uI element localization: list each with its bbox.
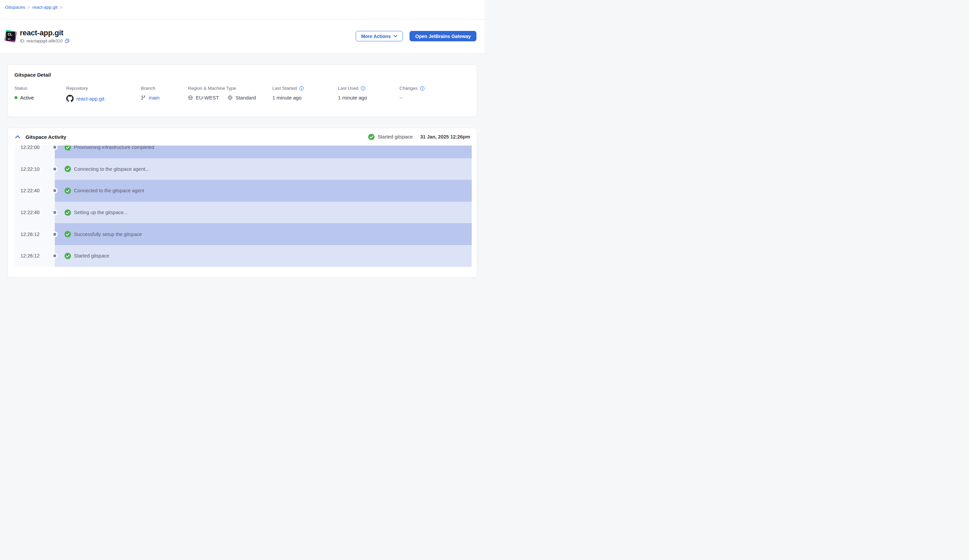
activity-log-row: 12:22:40Setting up the gitspace... (15, 202, 472, 224)
log-timestamp: 12:22:40 (15, 180, 55, 202)
breadcrumb-gitspaces[interactable]: Gitspaces (5, 5, 25, 10)
info-icon[interactable] (420, 86, 425, 91)
cpu-icon (228, 95, 233, 100)
log-message: Setting up the gitspace... (74, 210, 128, 215)
globe-icon (188, 95, 193, 100)
page-header: CL react-app.git ID: reactappgit-a9e310 … (0, 20, 484, 53)
more-actions-button[interactable]: More Actions (356, 31, 403, 42)
status-label: Status (15, 86, 66, 91)
activity-log-row: 12:22:40Connected to the gitspace agent (15, 180, 472, 202)
breadcrumb-separator-icon: > (28, 4, 30, 10)
collapse-activity-button[interactable] (15, 135, 21, 139)
clion-app-icon: CL (5, 31, 16, 42)
repository-label: Repository (66, 86, 141, 91)
page-body: Gitspace Detail Status Active Repository… (0, 53, 484, 278)
breadcrumb-separator-icon: > (60, 4, 62, 10)
detail-card-title: Gitspace Detail (15, 72, 470, 78)
check-circle-icon (65, 188, 71, 194)
log-timestamp: 12:22:00 (15, 146, 55, 158)
changes-label: Changes (400, 86, 418, 91)
branch-label: Branch (141, 86, 188, 91)
copy-icon[interactable] (65, 39, 70, 43)
timeline-dot-icon (52, 146, 58, 150)
log-message: Connecting to the gitspace agent... (74, 166, 149, 172)
breadcrumb-current-gitspace[interactable]: react-app.git (32, 5, 58, 10)
timeline-dot-icon (52, 166, 58, 172)
activity-log[interactable]: 12:22:00Provisioning infrastructure comp… (15, 146, 472, 267)
machine-type-value: Standard (235, 95, 256, 100)
chevron-down-icon (394, 35, 398, 37)
log-message: Connected to the gitspace agent (74, 188, 144, 193)
timeline-dot-icon (52, 253, 58, 259)
region-machine-label: Region & Machine Type (188, 86, 272, 91)
log-row-stripe: Connected to the gitspace agent (55, 180, 472, 202)
activity-log-row: 12:22:00Provisioning infrastructure comp… (15, 146, 472, 158)
timeline-dot-icon (52, 188, 58, 194)
last-used-value: 1 minute ago (338, 95, 400, 100)
gitspace-detail-card: Gitspace Detail Status Active Repository… (7, 65, 477, 117)
check-circle-icon (65, 253, 71, 259)
chevron-up-icon (15, 135, 20, 138)
page-title: react-app.git (20, 29, 70, 37)
log-row-stripe: Setting up the gitspace... (55, 202, 472, 224)
repository-link[interactable]: react-app.git (76, 96, 104, 101)
branch-link[interactable]: main (148, 95, 160, 100)
last-used-label: Last Used (338, 86, 358, 91)
last-started-label: Last Started (272, 86, 297, 91)
log-message: Provisioning infrastructure completed (74, 146, 154, 150)
log-row-stripe: Successfully setup the gitspace (55, 223, 472, 245)
check-circle-icon (65, 231, 71, 237)
changes-value: -- (400, 95, 470, 100)
activity-log-row: 12:26:12Successfully setup the gitspace (15, 223, 472, 245)
check-circle-icon (65, 209, 71, 216)
log-message: Started gitspace (74, 253, 109, 259)
gitspace-activity-card: Gitspace Activity Started gitspace 31 Ja… (7, 128, 477, 278)
check-circle-icon (65, 146, 71, 151)
activity-timestamp: 31 Jan, 2025 12:26pm (420, 134, 470, 140)
log-row-stripe: Connecting to the gitspace agent... (55, 158, 472, 180)
timeline-dot-icon (52, 210, 58, 216)
breadcrumb: Gitspaces > react-app.git > (5, 5, 484, 10)
activity-status-text: Started gitspace (378, 134, 413, 140)
check-circle-icon (65, 166, 71, 172)
last-started-value: 1 minute ago (272, 95, 338, 100)
log-timestamp: 12:26:12 (15, 245, 55, 267)
check-circle-icon (368, 134, 375, 140)
info-icon[interactable] (299, 86, 304, 91)
github-icon (66, 95, 73, 102)
log-timestamp: 12:22:10 (15, 158, 55, 180)
status-value: Active (20, 95, 34, 100)
region-value: EU-WEST (196, 95, 219, 100)
log-message: Successfully setup the gitspace (74, 232, 142, 237)
log-row-stripe: Started gitspace (55, 245, 472, 267)
branch-icon (141, 95, 146, 100)
activity-log-row: 12:26:12Started gitspace (15, 245, 472, 267)
log-timestamp: 12:22:40 (15, 202, 55, 224)
status-dot-icon (15, 96, 17, 99)
breadcrumb-bar: Gitspaces > react-app.git > (0, 0, 484, 20)
log-row-stripe: Provisioning infrastructure completed (55, 146, 472, 158)
info-icon[interactable] (361, 86, 365, 91)
timeline-dot-icon (52, 231, 58, 237)
open-jetbrains-gateway-button[interactable]: Open JetBrains Gateway (410, 31, 476, 42)
activity-log-row: 12:22:10Connecting to the gitspace agent… (15, 158, 472, 180)
gitspace-id-label: ID: reactappgit-a9e310 (20, 39, 63, 43)
log-timestamp: 12:26:12 (15, 223, 55, 245)
activity-title: Gitspace Activity (25, 134, 66, 140)
